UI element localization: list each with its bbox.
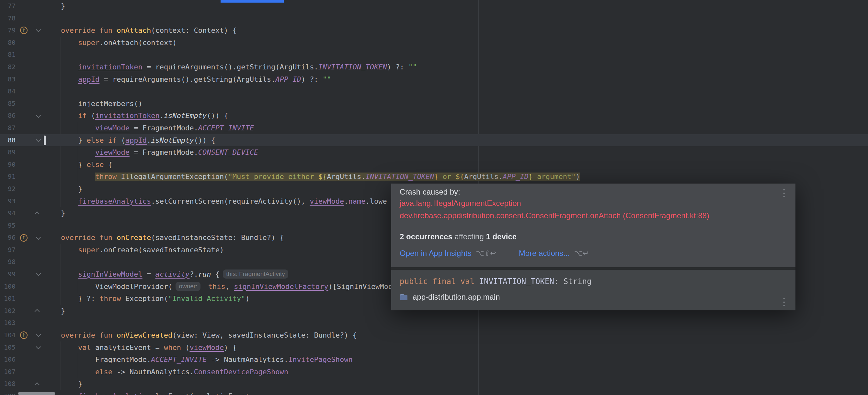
open-in-app-insights-link[interactable]: Open in App Insights	[400, 249, 471, 258]
fold-spacer	[32, 256, 44, 268]
code-token: if	[78, 112, 87, 120]
line-number[interactable]: 89	[0, 146, 16, 159]
override-arrow-icon: ↑	[20, 332, 28, 339]
code-text[interactable]: override fun onAttach(context: Context) …	[44, 24, 868, 37]
gutter-spacer	[16, 12, 32, 25]
fold-chevron-icon[interactable]	[32, 329, 44, 341]
code-token: invitationToken	[95, 112, 160, 120]
kebab-menu-icon[interactable]: ⋮	[779, 297, 789, 307]
line-number[interactable]: 99	[0, 268, 16, 281]
line-number[interactable]: 86	[0, 110, 16, 122]
fold-chevron-icon[interactable]	[32, 134, 44, 147]
line-number[interactable]: 109	[0, 390, 16, 395]
gutter-spacer	[16, 378, 32, 390]
code-text[interactable]: else -> NautmAnalytics.ConsentDevicePage…	[44, 366, 868, 378]
code-text[interactable]	[44, 12, 868, 25]
fold-chevron-icon[interactable]	[32, 268, 44, 281]
gutter-spacer	[16, 256, 32, 268]
line-number[interactable]: 101	[0, 292, 16, 305]
line-number[interactable]: 105	[0, 341, 16, 354]
code-token	[44, 75, 78, 83]
code-token: ) ?:	[301, 75, 322, 83]
chevron-shape	[36, 27, 41, 32]
override-gutter-icon[interactable]: ↑	[16, 24, 32, 37]
code-line: 88 } else if (appId.isNotEmpty()) {	[0, 134, 868, 147]
fold-chevron-icon[interactable]	[32, 378, 44, 390]
line-number[interactable]: 88	[0, 134, 16, 147]
code-text[interactable]: }	[44, 378, 868, 390]
line-number[interactable]: 97	[0, 244, 16, 256]
gutter-spacer	[16, 73, 32, 86]
fold-chevron-icon[interactable]	[32, 305, 44, 317]
code-line: 103	[0, 317, 868, 329]
fold-chevron-icon[interactable]	[32, 207, 44, 220]
code-token: else	[95, 368, 113, 376]
kebab-menu-icon[interactable]: ⋮	[779, 188, 789, 198]
line-number[interactable]: 103	[0, 317, 16, 329]
line-number[interactable]: 79	[0, 24, 16, 37]
fold-chevron-icon[interactable]	[32, 24, 44, 37]
override-gutter-icon[interactable]: ↑	[16, 231, 32, 244]
code-token: ""	[322, 75, 331, 83]
code-text[interactable]: viewMode = FragmentMode.ACCEPT_INVITE	[44, 122, 868, 134]
code-token: }	[44, 380, 82, 388]
override-gutter-icon[interactable]: ↑	[16, 329, 32, 341]
line-number[interactable]: 104	[0, 329, 16, 341]
code-text[interactable]: } else {	[44, 159, 868, 171]
code-text[interactable]: } else if (appId.isNotEmpty()) {	[44, 134, 868, 147]
more-actions-link[interactable]: More actions...	[519, 249, 570, 258]
line-number[interactable]: 93	[0, 195, 16, 207]
code-text[interactable]	[44, 317, 868, 329]
line-number[interactable]: 92	[0, 183, 16, 195]
code-text[interactable]: if (invitationToken.isNotEmpty()) {	[44, 110, 868, 122]
gutter-spacer	[16, 110, 32, 122]
fold-chevron-icon[interactable]	[32, 231, 44, 244]
code-token	[44, 246, 78, 254]
code-token: injectMembers()	[44, 100, 143, 108]
line-number[interactable]: 80	[0, 37, 16, 49]
line-number[interactable]: 108	[0, 378, 16, 390]
code-text[interactable]: invitationToken = requireArguments().get…	[44, 61, 868, 73]
code-text[interactable]: override fun onViewCreated(view: View, s…	[44, 329, 868, 341]
line-number[interactable]: 87	[0, 122, 16, 134]
code-text[interactable]: FragmentMode.ACCEPT_INVITE -> NautmAnaly…	[44, 354, 868, 366]
code-text[interactable]: throw IllegalArgumentException("Must pro…	[44, 171, 868, 183]
fold-chevron-icon[interactable]	[32, 341, 44, 354]
module-icon	[400, 293, 408, 301]
line-number[interactable]: 90	[0, 159, 16, 171]
code-text[interactable]: super.onAttach(context)	[44, 37, 868, 49]
line-number[interactable]: 98	[0, 256, 16, 268]
code-token: (context: Context) {	[151, 26, 237, 34]
fold-chevron-icon[interactable]	[32, 110, 44, 122]
horizontal-scrollbar-thumb[interactable]	[18, 392, 55, 395]
code-token: (savedInstanceState: Bundle?) {	[151, 233, 284, 242]
line-number[interactable]: 78	[0, 12, 16, 25]
line-number[interactable]: 94	[0, 207, 16, 220]
code-text[interactable]: }	[44, 0, 868, 12]
open-link-shortcut: ⌥⇧↩	[476, 249, 496, 257]
code-text[interactable]: appId = requireArguments().getString(Arg…	[44, 73, 868, 86]
code-token: FragmentMode.	[44, 356, 151, 364]
code-text[interactable]: val analyticEvent = when (viewMode) {	[44, 341, 868, 354]
line-number[interactable]: 84	[0, 85, 16, 97]
code-text[interactable]: injectMembers()	[44, 97, 868, 110]
code-text[interactable]: viewMode = FragmentMode.CONSENT_DEVICE	[44, 146, 868, 159]
line-number[interactable]: 106	[0, 354, 16, 366]
code-token: {	[211, 270, 220, 278]
line-number[interactable]: 77	[0, 0, 16, 12]
line-number[interactable]: 91	[0, 171, 16, 183]
line-number[interactable]: 100	[0, 281, 16, 293]
code-token: (	[117, 136, 125, 144]
line-number[interactable]: 81	[0, 49, 16, 61]
line-number[interactable]: 83	[0, 73, 16, 86]
line-number[interactable]: 102	[0, 305, 16, 317]
line-number[interactable]: 96	[0, 231, 16, 244]
code-token: = FragmentMode.	[129, 124, 198, 132]
line-number[interactable]: 82	[0, 61, 16, 73]
line-number[interactable]: 85	[0, 97, 16, 110]
code-text[interactable]: firebaseAnalytics.logEvent(analyticEvent	[44, 390, 868, 395]
code-text[interactable]	[44, 85, 868, 97]
line-number[interactable]: 95	[0, 220, 16, 232]
line-number[interactable]: 107	[0, 366, 16, 378]
code-text[interactable]	[44, 49, 868, 61]
